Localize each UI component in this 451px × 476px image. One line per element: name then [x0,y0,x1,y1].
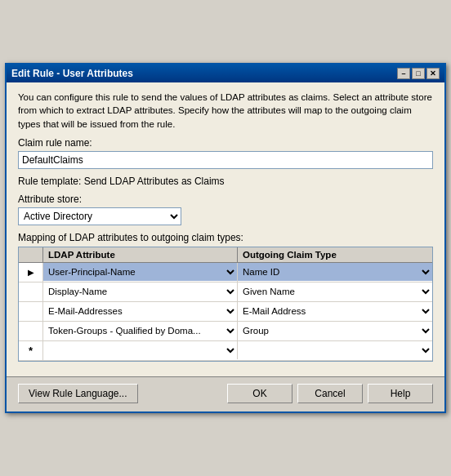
dialog-window: Edit Rule - User Attributes – □ ✕ You ca… [5,63,446,412]
ldap-dropdown-4[interactable]: Token-Groups - Qualified by Doma... [43,322,237,340]
cell-ldap-new[interactable] [43,341,238,359]
cell-claim-1[interactable]: Name ID [238,263,432,282]
claim-rule-name-input[interactable] [18,151,433,169]
cell-claim-new[interactable] [238,341,432,359]
asterisk-indicator: * [19,341,43,360]
table-row: Display-Name Given Name [19,282,432,302]
description-text: You can configure this rule to send the … [18,91,433,130]
table-row: E-Mail-Addresses E-Mail Address [19,302,432,322]
mapping-section: Mapping of LDAP attributes to outgoing c… [18,232,433,362]
ldap-dropdown-3[interactable]: E-Mail-Addresses [43,302,237,320]
ok-button[interactable]: OK [227,384,292,403]
attribute-store-dropdown[interactable]: Active Directory [18,207,181,225]
title-bar: Edit Rule - User Attributes – □ ✕ [7,65,444,82]
cell-claim-4[interactable]: Group [238,322,432,340]
help-button[interactable]: Help [368,384,433,403]
row-arrow-3 [19,302,43,321]
claim-rule-name-section: Claim rule name: [18,137,433,169]
table-header: LDAP Attribute Outgoing Claim Type [19,247,432,263]
mapping-label: Mapping of LDAP attributes to outgoing c… [18,232,433,243]
table-row: ▶ User-Principal-Name Name ID [19,263,432,282]
ldap-dropdown-2[interactable]: Display-Name [43,282,237,300]
claim-dropdown-new[interactable] [238,341,432,359]
cell-ldap-3[interactable]: E-Mail-Addresses [43,302,238,321]
dialog-content: You can configure this rule to send the … [7,82,444,376]
title-bar-buttons: – □ ✕ [397,68,440,79]
attribute-store-label: Attribute store: [18,194,433,205]
table-row: Token-Groups - Qualified by Doma... Grou… [19,322,432,341]
cell-ldap-1[interactable]: User-Principal-Name [43,263,238,282]
maximize-button[interactable]: □ [412,68,425,79]
right-buttons: OK Cancel Help [227,384,433,403]
th-claim: Outgoing Claim Type [238,247,432,262]
minimize-button[interactable]: – [397,68,410,79]
claim-dropdown-1[interactable]: Name ID [238,263,432,281]
attribute-store-row: Active Directory [18,207,433,225]
mapping-table: LDAP Attribute Outgoing Claim Type ▶ Use… [18,247,433,362]
row-arrow-4 [19,322,43,340]
cell-claim-2[interactable]: Given Name [238,282,432,301]
ldap-dropdown-1[interactable]: User-Principal-Name [43,263,237,281]
ldap-dropdown-new[interactable] [43,341,237,359]
row-arrow-1: ▶ [19,263,43,282]
new-row: * [19,341,432,361]
claim-dropdown-3[interactable]: E-Mail Address [238,302,432,320]
claim-dropdown-2[interactable]: Given Name [238,282,432,300]
th-indicator [19,247,43,262]
claim-rule-name-label: Claim rule name: [18,137,433,149]
cancel-button[interactable]: Cancel [297,384,363,403]
rule-template-text: Rule template: Send LDAP Attributes as C… [18,176,433,187]
row-arrow-2 [19,282,43,301]
cell-ldap-4[interactable]: Token-Groups - Qualified by Doma... [43,322,238,340]
attribute-store-section: Attribute store: Active Directory [18,194,433,225]
th-ldap: LDAP Attribute [43,247,238,262]
view-rule-button[interactable]: View Rule Language... [18,384,138,403]
cell-ldap-2[interactable]: Display-Name [43,282,238,301]
dialog-title: Edit Rule - User Attributes [11,68,133,79]
claim-dropdown-4[interactable]: Group [238,322,432,340]
close-button[interactable]: ✕ [426,68,440,79]
cell-claim-3[interactable]: E-Mail Address [238,302,432,321]
button-row: View Rule Language... OK Cancel Help [7,376,444,411]
